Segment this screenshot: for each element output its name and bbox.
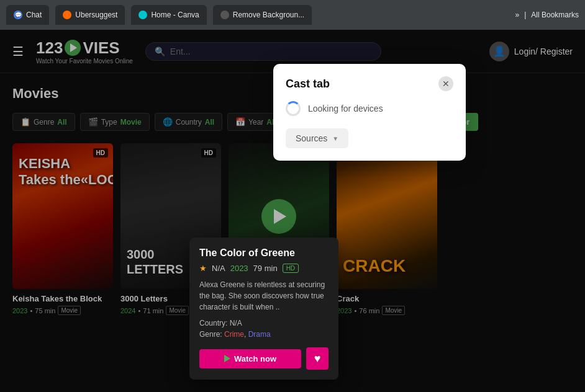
popup-rating: N/A <box>212 264 225 273</box>
watch-now-button[interactable]: Watch now <box>199 349 301 368</box>
tab-uber[interactable]: Ubersuggest <box>55 5 125 25</box>
chat-tab-icon: 💬 <box>14 11 22 19</box>
popup-hd-badge: HD <box>283 264 299 273</box>
cast-modal: Cast tab ✕ Looking for devices Sources ▼ <box>273 64 466 161</box>
tab-canva[interactable]: Home - Canva <box>131 5 206 25</box>
genre-label: Genre: <box>199 330 222 339</box>
canva-tab-icon <box>138 11 147 19</box>
uber-tab-icon <box>63 11 71 19</box>
popup-movie-title: The Color of Greene <box>199 247 329 259</box>
popup-meta: ★ N/A 2023 79 min HD <box>199 264 329 273</box>
tab-uber-label: Ubersuggest <box>75 11 117 19</box>
play-triangle-icon <box>224 355 230 362</box>
heart-icon: ♥ <box>314 352 321 365</box>
sources-label: Sources <box>296 133 327 143</box>
movie-popup: The Color of Greene ★ N/A 2023 79 min HD… <box>189 238 338 380</box>
modal-overlay: Cast tab ✕ Looking for devices Sources ▼… <box>0 30 585 392</box>
tab-remove[interactable]: Remove Backgroun... <box>213 5 312 25</box>
cast-modal-title: Cast tab <box>286 78 330 91</box>
popup-genre: Genre: Crime, Drama <box>199 330 329 339</box>
chevron-down-icon: ▼ <box>332 135 338 142</box>
favorite-button[interactable]: ♥ <box>306 347 329 370</box>
popup-duration: 79 min <box>253 264 278 273</box>
star-icon: ★ <box>199 264 207 273</box>
cast-close-button[interactable]: ✕ <box>438 76 453 91</box>
tab-remove-label: Remove Backgroun... <box>233 11 304 19</box>
cast-sources-button[interactable]: Sources ▼ <box>286 128 348 148</box>
browser-bar: 💬 Chat Ubersuggest Home - Canva Remove B… <box>0 0 585 30</box>
more-tabs-btn[interactable]: » <box>515 11 520 19</box>
genre-crime[interactable]: Crime <box>224 330 244 339</box>
tab-chat-label: Chat <box>26 11 42 19</box>
loading-spinner <box>286 101 301 116</box>
remove-tab-icon <box>220 11 229 19</box>
bookmarks-label[interactable]: All Bookmarks <box>531 11 579 19</box>
popup-country: Country: N/A <box>199 319 329 327</box>
popup-actions: Watch now ♥ <box>199 347 329 370</box>
genre-drama[interactable]: Drama <box>248 330 271 339</box>
popup-year: 2023 <box>230 264 248 273</box>
watch-now-label: Watch now <box>234 354 276 363</box>
popup-description: Alexa Greene is relentless at securing t… <box>199 279 329 313</box>
tab-chat[interactable]: 💬 Chat <box>6 5 49 25</box>
cast-looking-text: Looking for devices <box>308 104 383 114</box>
cast-loading: Looking for devices <box>286 101 453 116</box>
cast-modal-header: Cast tab ✕ <box>286 76 453 91</box>
browser-bar-right: » | All Bookmarks <box>515 11 579 19</box>
tab-canva-label: Home - Canva <box>151 11 199 19</box>
divider: | <box>524 11 526 19</box>
